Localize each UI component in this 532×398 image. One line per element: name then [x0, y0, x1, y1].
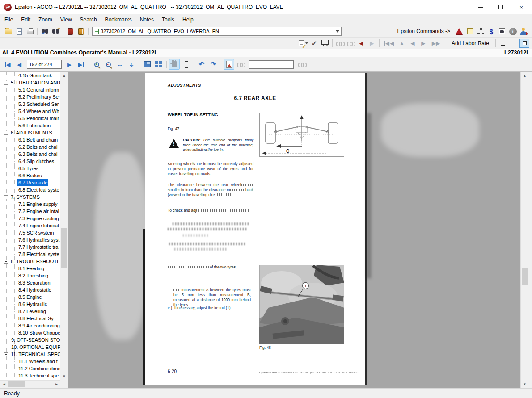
chevron-down-icon[interactable] — [305, 42, 308, 44]
link-button-1[interactable] — [335, 38, 345, 48]
sidebar-item[interactable]: 11. TECHNICAL SPEC — [0, 351, 60, 358]
sidebar-item[interactable]: 8.4 Hydrostatic — [0, 286, 60, 293]
sidebar-item[interactable]: 8.6 Hydraulic — [0, 301, 60, 308]
first-page-button[interactable]: ◀ — [2, 59, 13, 70]
link-button-2[interactable] — [346, 38, 355, 48]
info-button[interactable]: i — [508, 26, 518, 36]
scroll-up-icon[interactable]: ▲ — [60, 72, 68, 80]
multi-page-layout-button[interactable] — [153, 59, 164, 70]
sidebar-item[interactable]: 8.5 Engine — [0, 293, 60, 301]
sidebar-item[interactable]: 8.3 Separation — [0, 279, 60, 286]
sidebar-item[interactable]: 8.1 Feeding — [0, 265, 60, 272]
sidebar-item[interactable]: 7. SYSTEMS — [0, 193, 60, 201]
sidebar-item[interactable]: 8.7 Levelling — [0, 308, 60, 315]
menu-item-file[interactable]: File — [0, 14, 17, 25]
pricing-button[interactable]: $ — [486, 26, 496, 36]
find-button[interactable] — [40, 26, 50, 36]
sidebar-item[interactable]: 7.6 Hydraulics syst — [0, 236, 60, 243]
menu-item-notes[interactable]: Notes — [136, 14, 158, 25]
go-left-button[interactable]: ◀ — [408, 38, 418, 48]
window-maximize-button[interactable] — [490, 0, 511, 14]
sidebar-item[interactable]: 8.10 Straw Choppe — [0, 329, 60, 336]
document-vertical-scrollbar[interactable]: ▲ ▼ — [520, 72, 529, 388]
document-canvas[interactable]: ADJUSTMENTS 6.7 REAR AXLE WHEEL TOE-IN S… — [68, 72, 520, 388]
scroll-right-icon[interactable]: ► — [53, 381, 60, 388]
go-right-button[interactable]: ▶ — [418, 38, 428, 48]
zoom-out-button[interactable]: - — [103, 59, 114, 70]
menu-item-help[interactable]: Help — [178, 14, 198, 25]
sidebar-item[interactable]: 5.5 Periodical mair — [0, 115, 60, 122]
history-forward-button[interactable]: ▶ — [367, 38, 377, 48]
search-pages-button[interactable] — [497, 26, 507, 36]
document-selector-dropdown[interactable]: 327302012_OM_AL_QUATTRO_EVO_LAVERDA_EN — [92, 27, 342, 36]
zoom-in-button[interactable]: + — [91, 59, 102, 70]
go-last-button[interactable]: ▶▶ — [429, 38, 443, 48]
window-close-button[interactable]: × — [511, 0, 532, 14]
sidebar-item[interactable]: 8. TROUBLESHOOTI — [0, 258, 60, 265]
tree-collapse-icon[interactable] — [4, 195, 8, 199]
sidebar-item[interactable]: 7.4 Engine lubricat — [0, 222, 60, 229]
chevron-down-icon[interactable] — [336, 30, 339, 33]
sidebar-item[interactable]: 8.2 Threshing — [0, 272, 60, 279]
tree-collapse-icon[interactable] — [4, 131, 8, 135]
menu-item-bookmarks[interactable]: Bookmarks — [101, 14, 136, 25]
sidebar-item[interactable]: 7.5 SCR system — [0, 229, 60, 236]
sidebar-item[interactable]: 8.8 Electrical Sy — [0, 315, 60, 322]
open-button[interactable] — [4, 26, 13, 36]
link-tool-button[interactable] — [235, 59, 246, 70]
sidebar-item[interactable]: 6.1 Belt and chain — [0, 136, 60, 143]
menu-item-edit[interactable]: Edit — [17, 14, 34, 25]
sidebar-item[interactable]: 6.8 Electrical syste — [0, 186, 60, 193]
add-labor-rate-button[interactable]: Add Labor Rate — [452, 40, 489, 46]
manual-yellow-button[interactable] — [76, 26, 86, 36]
scrollbar-thumb[interactable] — [8, 381, 25, 387]
scroll-down-icon[interactable]: ▼ — [521, 381, 528, 388]
menu-item-search[interactable]: Search — [76, 14, 101, 25]
properties-button[interactable] — [14, 26, 24, 36]
manual-red-button[interactable] — [65, 26, 75, 36]
find-in-docs-button[interactable]: ? — [51, 26, 60, 36]
scroll-down-icon[interactable]: ▼ — [60, 373, 68, 380]
sidebar-item[interactable]: 8.9 Air conditioning — [0, 322, 60, 329]
toc-horizontal-scrollbar[interactable]: ◄ ► — [0, 380, 60, 388]
menu-item-view[interactable]: View — [56, 14, 76, 25]
sidebar-item[interactable]: 6.3 Belts and chai — [0, 151, 60, 158]
tree-collapse-icon[interactable] — [4, 81, 8, 85]
scrollbar-thumb[interactable] — [61, 228, 67, 268]
sidebar-item[interactable]: 4.15 Grain tank — [0, 72, 60, 79]
link-tool-button-2[interactable] — [296, 59, 307, 70]
last-page-button[interactable]: ▶ — [76, 59, 86, 70]
sidebar-item[interactable]: 7.7 Hydrostatic tra — [0, 243, 60, 251]
sidebar-item[interactable]: 7.3 Engine cooling — [0, 215, 60, 222]
sidebar-item[interactable]: 5.1 General inform — [0, 86, 60, 93]
hierarchy-button[interactable] — [476, 26, 486, 36]
tree-collapse-icon[interactable] — [4, 260, 8, 264]
cart-button[interactable] — [320, 38, 330, 48]
tree-collapse-icon[interactable] — [4, 352, 8, 356]
sidebar-item[interactable]: 11.1 Wheels and t — [0, 358, 60, 365]
sidebar-item[interactable]: 5.6 Lubrication — [0, 122, 60, 129]
sidebar-item[interactable]: 11.2 Combine dime — [0, 365, 60, 372]
scroll-left-icon[interactable]: ◄ — [0, 381, 8, 388]
sidebar-item[interactable]: 11.3 Technical spe — [0, 372, 60, 379]
sidebar-item[interactable]: 6.2 Belts and chai — [0, 143, 60, 151]
sidebar-item[interactable]: 7.1 Engine supply — [0, 201, 60, 208]
validate-button[interactable]: ✓ — [309, 38, 319, 48]
mdi-restore-button[interactable] — [509, 39, 519, 48]
redo-button[interactable]: ↷ — [208, 59, 219, 70]
agco-command-button[interactable] — [454, 26, 464, 36]
sidebar-item-selected[interactable]: 6.7 Rear axle — [0, 179, 60, 186]
edit-note-button[interactable] — [299, 38, 308, 48]
sidebar-item[interactable]: 9. OFF-SEASON STO — [0, 336, 60, 344]
sidebar-item[interactable]: 5.2 Preliminary Ser — [0, 93, 60, 101]
sidebar-item[interactable]: 10. OPTIONAL EQUIP — [0, 344, 60, 351]
page-number-input[interactable] — [27, 60, 62, 69]
sidebar-item[interactable]: 6.6 Brakes — [0, 172, 60, 179]
window-minimize-button[interactable] — [470, 0, 490, 14]
menu-item-tools[interactable]: Tools — [158, 14, 178, 25]
pdf-view-button[interactable] — [224, 59, 234, 70]
go-up-button[interactable]: ▲ — [397, 38, 407, 48]
fit-page-button[interactable]: ↔↕ — [126, 59, 137, 70]
print-button[interactable] — [25, 26, 35, 36]
sidebar-item[interactable]: 7.2 Engine air intal — [0, 208, 60, 215]
